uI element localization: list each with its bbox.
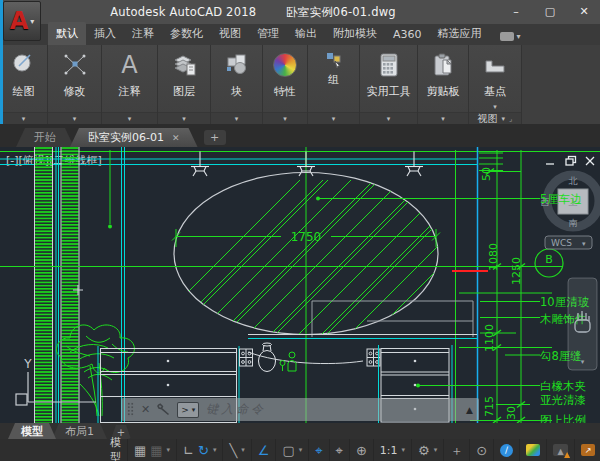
viewcube-north[interactable]: 北 [569,176,578,186]
chevron-down-icon[interactable]: ▾ [182,115,186,123]
navigation-bar[interactable]: ▾ [568,278,597,370]
chevron-down-icon[interactable]: ▾ [299,446,303,454]
grid-snap-group[interactable]: ▦ ▦ ▾ [128,439,177,461]
warning-icon [564,452,570,458]
ribbon-tab-bar: 默认 插入 注释 参数化 视图 管理 输出 附加模块 A360 精选应用 ▾ [0,24,600,45]
osnap-toggle[interactable]: ⌖ [309,439,329,461]
layers-icon [169,50,199,80]
layout-tab-model[interactable]: 模型 [8,423,56,439]
chevron-down-icon[interactable]: ▾ [387,115,391,123]
panel-block[interactable]: 块 ▾ [211,45,263,124]
annotation-monitor-toggle[interactable]: ＋ [444,439,470,461]
panel-draw[interactable]: 绘图 ▾ [0,45,48,124]
command-prompt-button[interactable]: > ▾ [177,402,199,418]
close-icon[interactable]: ✕ [141,403,150,416]
panel-utilities[interactable]: 实用工具 ▾ [360,45,418,124]
annotation-visibility-icon[interactable]: ⊕ [356,444,367,457]
chevron-down-icon[interactable]: ▾ [73,115,77,123]
ribbon-tab-parametric[interactable]: 参数化 [162,22,211,45]
gear-icon[interactable]: ⚙ [418,444,430,457]
ribbon-tab-home[interactable]: 默认 [48,22,86,45]
chevron-down-icon[interactable]: ▾ [402,446,406,454]
object-snap-tracking-icon[interactable]: ∠ [258,444,270,457]
block-shapes-icon [222,50,252,80]
isodraft-group[interactable]: ╲ ▾ [223,439,251,461]
ribbon-tab-a360[interactable]: A360 [385,24,430,45]
dynamic-input-icon[interactable]: ▢ [282,444,294,457]
plus-icon[interactable]: ＋ [450,444,463,457]
chevron-down-icon[interactable]: ▾ [22,115,26,123]
drawing-canvas[interactable]: [-][俯视][二维线框] [0,147,600,423]
chevron-down-icon[interactable]: ▾ [128,115,132,123]
ribbon-tab-insert[interactable]: 插入 [86,22,124,45]
chevron-down-icon[interactable]: ▾ [213,446,217,454]
otrack-toggle[interactable]: ∠ [252,439,277,461]
close-button[interactable]: ✕ [574,0,594,24]
panel-view[interactable]: 基点 ▾ 视图 ▾ ⌟ [469,45,522,124]
close-icon[interactable]: ✕ [172,133,180,143]
dynamic-input-group[interactable]: ▢ ▾ [276,439,309,461]
object-snap-3d-icon[interactable]: ⌖ [336,444,343,457]
ribbon-tab-output[interactable]: 输出 [287,22,325,45]
workspace-switcher[interactable]: ⚙ ▾ [412,439,444,461]
wcs-dropdown[interactable]: WCS ▾ [545,236,592,249]
ribbon-tab-view[interactable]: 视图 [211,22,249,45]
drag-grip-icon[interactable] [127,402,134,417]
chevron-down-icon[interactable]: ▾ [332,115,336,123]
maximize-button[interactable]: ▢ [540,0,560,24]
command-line-bar[interactable]: ✕ > ▾ 键入命令 ▲ [121,398,479,421]
command-input[interactable]: 键入命令 [206,401,266,418]
osnap3d-toggle[interactable]: ⌖ [330,439,350,461]
ribbon-empty-space [522,45,600,124]
ribbon-tab-addins[interactable]: 附加模块 [325,22,385,45]
ribbon-display-toggle[interactable]: ▾ [500,32,521,41]
chevron-down-icon[interactable]: ▾ [241,446,245,454]
snap-grid-icon[interactable]: ▦ [134,444,146,457]
isolate-objects-icon[interactable]: ⊙ [476,444,487,457]
application-menu-button[interactable]: A ▾ [3,1,41,41]
ribbon-tab-annotate[interactable]: 注释 [124,22,162,45]
panel-annotation[interactable]: A 注释 ▾ [102,45,158,124]
ortho-icon[interactable]: ∟ [183,444,194,457]
chevron-down-icon[interactable]: ▾ [493,103,497,111]
graphics-alert[interactable]: ▲ [547,439,575,461]
ribbon-tab-featured[interactable]: 精选应用 [430,22,490,45]
model-space-toggle[interactable]: 模型 [104,439,128,461]
grid-display-icon[interactable]: ▦ [150,444,162,457]
wrench-icon[interactable] [157,403,170,416]
performance-analyzer[interactable] [520,439,547,461]
panel-clipboard[interactable]: 剪贴板 ▾ [418,45,469,124]
layout-tab-layout1[interactable]: 布局1 [52,423,107,439]
annotation-visibility-toggle[interactable]: ⊕ [350,439,374,461]
annotation-scale-control[interactable]: 1:1 ▾ [374,439,412,461]
hardware-acceleration-toggle[interactable]: ∕ [494,439,520,461]
ribbon-tab-manage[interactable]: 管理 [249,22,287,45]
panel-groups[interactable]: 组 ▾ [308,45,360,124]
annotate-a-icon: A [115,50,145,80]
chevron-down-icon[interactable]: ▾ [441,115,445,123]
viewport-controls-label[interactable]: [-][俯视][二维线框] [6,154,102,167]
panel-modify[interactable]: 修改 ▾ [48,45,102,124]
panel-layers[interactable]: 图层 ▾ [158,45,211,124]
viewcube-south[interactable]: 南 [569,218,578,228]
history-expand-icon[interactable]: ▲ [466,405,473,415]
clean-screen-toggle[interactable]: ↗ [575,439,600,461]
file-tab-document[interactable]: 卧室实例06-01 ✕ [70,128,198,147]
chevron-down-icon[interactable]: ▾ [283,115,287,123]
object-snap-icon[interactable]: ⌖ [315,444,322,457]
isolate-objects-toggle[interactable]: ⊙ [470,439,494,461]
polar-tracking-icon[interactable]: ↻ [198,444,209,457]
minimize-button[interactable]: – [506,0,526,24]
chevron-down-icon[interactable]: ▾ [502,115,506,123]
chevron-down-icon[interactable]: ▾ [167,446,171,454]
new-tab-button[interactable]: + [204,130,226,145]
chevron-down-icon[interactable]: ▾ [434,446,438,454]
group-icon [325,52,343,68]
panel-properties[interactable]: 特性 ▾ [263,45,308,124]
file-tab-start[interactable]: 开始 [16,128,74,147]
chevron-down-icon[interactable]: ▾ [235,115,239,123]
performance-icon [526,444,540,456]
panel-launcher-icon[interactable]: ⌟ [509,115,512,123]
isodraft-icon[interactable]: ╲ [229,444,237,457]
ortho-polar-group[interactable]: ∟ ↻ ▾ [177,439,223,461]
